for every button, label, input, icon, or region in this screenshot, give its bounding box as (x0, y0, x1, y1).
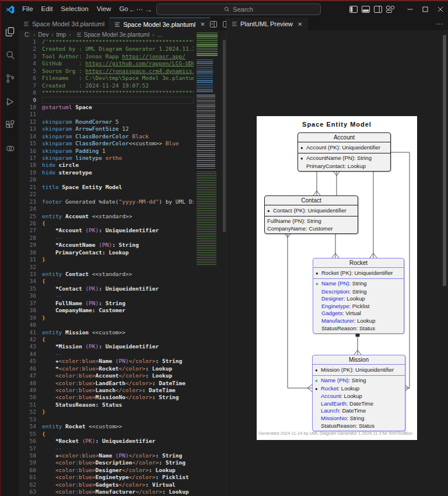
toggle-secondary-sidebar-icon[interactable] (374, 6, 382, 13)
minimize-button[interactable] (402, 1, 418, 18)
attribute-type: : Uniqueidentifier (352, 366, 394, 373)
code-line: 26{ (19, 220, 194, 227)
line-text: hide circle (42, 162, 194, 169)
line-number: 54 (19, 423, 42, 430)
line-text: <color:blue>Manufacturer</color>: Lookup (42, 488, 194, 495)
line-number: 35 (19, 285, 42, 292)
entity-attribute: ●Contact (PK): Uniqueidentifier (267, 207, 355, 215)
line-number: 25 (19, 213, 42, 220)
search-icon (224, 6, 230, 12)
line-number: 43 (19, 343, 42, 350)
search-placeholder: Search (233, 6, 253, 13)
close-icon[interactable]: ✕ (200, 21, 205, 27)
code-line: 27 *Account (PK): Uniqueidentifier (19, 227, 194, 234)
line-number: 15 (19, 140, 42, 147)
code-line: 31} (19, 256, 194, 263)
entity-attribute: LandEarth: DateTime (315, 400, 402, 408)
line-number: 14 (19, 133, 42, 140)
attribute-type: : Picklist (349, 303, 370, 309)
minimap[interactable] (195, 32, 222, 323)
back-icon[interactable]: ← (128, 5, 136, 14)
code-line: 16skinparam Padding 1 (19, 148, 194, 155)
minimap-comment-block (197, 33, 218, 57)
black-bullet-icon: ● (300, 144, 306, 152)
code-line: 48 <color:blue>LandEarth</color>: DateTi… (19, 380, 194, 387)
attribute-name: FullName (PN) (267, 218, 304, 224)
tab-plantuml-preview[interactable]: PlantUML Preview ✕ (227, 18, 307, 30)
plantuml-extension-icon[interactable] (1, 137, 19, 160)
close-window-button[interactable] (433, 1, 448, 18)
line-text: entity Contact <<standard>> (42, 271, 194, 278)
menu-file[interactable]: File (18, 4, 37, 15)
tab-bar-2: PlantUML Preview ✕ ⋯ (227, 18, 448, 30)
code-line: 36 -- (19, 292, 194, 299)
line-number: 1 (19, 39, 42, 46)
line-text: <color:blue>Designer</color>: Lookup (42, 467, 194, 474)
line-text: -- (42, 292, 194, 299)
tab-space-model-3d[interactable]: Space Model 3d.plantuml (19, 18, 110, 30)
toggle-sidebar-icon[interactable] (349, 6, 358, 13)
line-number: 40 (19, 322, 42, 329)
menu-selection[interactable]: Selection (57, 4, 92, 15)
forward-icon[interactable]: → (145, 5, 152, 14)
extensions-icon[interactable] (1, 113, 19, 137)
line-number: 46 (19, 365, 42, 372)
breadcrumb-tmp[interactable]: tmp (48, 32, 66, 38)
line-text: <color:blue>Gadgets</color>: Virtual (42, 481, 194, 488)
run-debug-icon[interactable] (1, 90, 19, 113)
breadcrumb-symbol[interactable]: ... (149, 32, 162, 38)
split-editor-icon[interactable] (210, 21, 217, 27)
code-line: 14skinparam ClassBorderColor Black (19, 133, 194, 140)
editor-group-1: Space Model 3d.plantuml Space Model 3e.p… (19, 18, 226, 496)
line-text: <color:blue>Description</color>: String (42, 459, 194, 466)
source-control-icon[interactable] (1, 67, 19, 90)
entity-attribute: CompanyName: Customer (267, 225, 355, 233)
entity-attribute: Manufacturer: Lookup (316, 317, 401, 325)
attribute-type: : DateTime (339, 407, 366, 414)
code-line: 24 (19, 205, 194, 212)
code-line: 4GitHub : https://github.com/rappen/LCG-… (19, 60, 194, 67)
entity-attribute: Description: String (316, 288, 401, 296)
code-line: 8***************************************… (19, 89, 194, 96)
line-text: FullName (PN): String (42, 300, 194, 307)
entity-name: Contact (265, 196, 358, 205)
code-line: 44 -- (19, 351, 194, 358)
attribute-type: : String (349, 377, 366, 383)
plantuml-preview-pane: Space Entity Model Account●Account (PK): (227, 30, 448, 496)
explorer-icon[interactable] (1, 20, 19, 43)
code-line: 53 (19, 416, 194, 423)
line-number: 3 (19, 53, 42, 60)
tab-label: PlantUML Preview (240, 20, 293, 27)
menu-view[interactable]: View (93, 4, 116, 15)
close-icon[interactable]: ✕ (298, 21, 302, 27)
line-text: ****************************************… (42, 89, 194, 96)
line-number: 20 (19, 176, 42, 183)
attribute-name: PrimaryContact (306, 163, 344, 169)
entity-attribute: ●Rocket: Lookup (315, 385, 402, 393)
plantuml-file-icon (114, 22, 120, 27)
maximize-button[interactable] (418, 1, 433, 18)
menu-edit[interactable]: Edit (37, 4, 57, 15)
plantuml-file-icon (76, 32, 82, 37)
line-number: 11 (19, 111, 42, 118)
attribute-name: AccountName (PN) (306, 155, 354, 161)
search-sidebar-icon[interactable] (1, 43, 19, 67)
breadcrumb-dev[interactable]: Dev (30, 32, 48, 38)
attribute-name: Rocket (PK) (321, 270, 351, 276)
code-editor[interactable]: 1/'*************************************… (19, 39, 194, 496)
customize-layout-icon[interactable] (386, 6, 394, 13)
line-number: 6 (19, 75, 42, 82)
code-line: 61 <color:blue>Enginetype</color>: Pickl… (19, 474, 194, 481)
line-number: 47 (19, 372, 42, 379)
line-text: Filename : C:\Dev\tmp\Space Model 3e.pla… (42, 75, 194, 82)
preview-scrollbar-thumb[interactable] (443, 35, 446, 286)
toggle-panel-icon[interactable] (362, 6, 370, 13)
more-actions-icon[interactable]: ⋯ (436, 20, 443, 28)
editor-scrollbar-thumb[interactable] (223, 40, 226, 232)
tab-space-model-3e[interactable]: Space Model 3e.plantuml ✕ (110, 18, 210, 30)
command-center-search[interactable]: Search (156, 4, 321, 15)
diagram-footer: Generated 2024-11-24 by UML Diagram Gene… (258, 431, 412, 436)
entity-pk-section: ●Rocket (PK): Uniqueidentifier (313, 268, 404, 279)
breadcrumb-file[interactable]: Space Model 3e.plantuml (66, 32, 149, 38)
breadcrumb-drive[interactable]: C: (24, 32, 30, 38)
